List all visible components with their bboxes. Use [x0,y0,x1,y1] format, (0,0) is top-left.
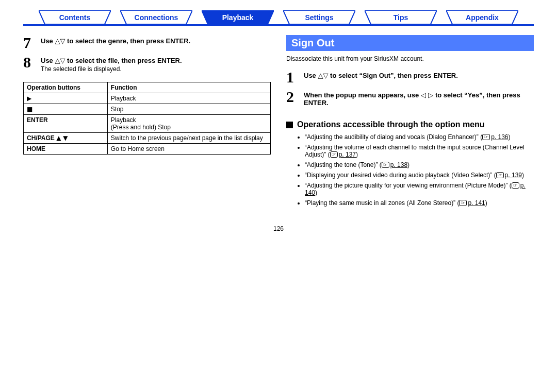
stop-icon: ■ [27,106,32,113]
step-2: 2 When the popup menu appears, use ◁ ▷ t… [286,89,534,107]
pointer-icon: ☞ [496,172,504,178]
page-up-down-icon: ▲ ▼ [56,134,68,142]
list-item: “Playing the same music in all zones (Al… [305,199,534,207]
tab-label: Connections [135,13,178,22]
tab-settings[interactable]: Settings [283,10,355,25]
step-number: 1 [286,70,304,85]
table-row: ENTER Playback (Press and hold) Stop [24,115,271,133]
list-item: “Adjusting the tone (Tone)” (☞p. 138) [305,161,534,168]
pointer-icon: ☞ [330,151,338,158]
step-7: 7 Use △▽ to select the genre, then press… [23,35,271,50]
top-nav: Contents Connections Playback Settings T… [23,10,534,25]
table-row: ■ Stop [24,104,271,115]
step-8: 8 Use △▽ to select the file, then press … [23,55,271,73]
list-item: “Adjusting the volume of each channel to… [305,144,534,158]
step-title: Use △▽ to select the file, then press EN… [41,57,182,64]
section-desc: Disassociate this unit from your SiriusX… [286,55,534,62]
section-title: Sign Out [286,35,534,51]
table-header: Function [107,82,270,93]
square-bullet-icon [286,122,293,128]
table-row: CH/PAGE ▲ ▼ Switch to the previous page/… [24,133,271,144]
list-item: “Adjusting the picture quality for your … [305,182,534,196]
page-number: 126 [23,225,534,232]
list-item: “Displaying your desired video during au… [305,172,534,179]
tab-label: Contents [59,13,91,22]
step-number: 7 [23,35,41,50]
page-link[interactable]: p. 136 [491,133,508,141]
step-title: Use △▽ to select “Sign Out”, then press … [304,72,458,79]
option-menu-list: “Adjusting the audibility of dialog and … [305,133,534,207]
sub-heading: Operations accessible through the option… [286,120,534,129]
tab-label: Appendix [466,13,499,22]
table-row: ▶ Playback [24,93,271,104]
tab-label: Tips [394,13,408,22]
page-link[interactable]: p. 137 [339,151,356,158]
step-number: 2 [286,89,304,107]
step-1: 1 Use △▽ to select “Sign Out”, then pres… [286,70,534,85]
tab-label: Playback [222,13,254,22]
tab-appendix[interactable]: Appendix [446,10,518,25]
tab-label: Settings [305,13,333,22]
step-title: Use △▽ to select the genre, then press E… [41,37,190,45]
operation-table: Operation buttons Function ▶ Playback ■ … [23,82,271,155]
step-note: The selected file is displayed. [41,65,182,73]
list-item: “Adjusting the audibility of dialog and … [305,133,534,141]
left-column: 7 Use △▽ to select the genre, then press… [23,35,271,210]
tab-contents[interactable]: Contents [39,10,111,25]
pointer-icon: ☞ [459,200,467,206]
step-number: 8 [23,55,41,73]
tab-playback[interactable]: Playback [202,10,274,25]
pointer-icon: ☞ [482,134,490,140]
page-link[interactable]: p. 141 [468,199,485,207]
tab-connections[interactable]: Connections [120,10,192,25]
tab-tips[interactable]: Tips [365,10,437,25]
step-title: When the popup menu appears, use ◁ ▷ to … [304,91,520,107]
play-icon: ▶ [27,95,31,102]
pointer-icon: ☞ [382,162,389,168]
table-header: Operation buttons [24,82,108,93]
pointer-icon: ☞ [512,182,519,189]
page-link[interactable]: p. 138 [390,161,407,168]
table-row: HOME Go to Home screen [24,144,271,155]
right-column: Sign Out Disassociate this unit from you… [286,35,534,210]
page-link[interactable]: p. 139 [505,172,522,179]
